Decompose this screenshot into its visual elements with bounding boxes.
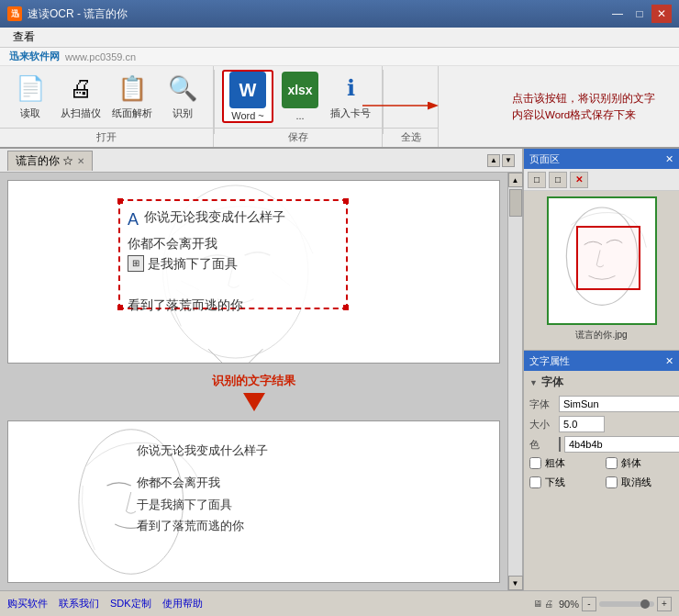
parse-icon: 📋 (116, 72, 149, 105)
underline-option: 下线 (529, 476, 598, 489)
color-swatch[interactable] (559, 437, 561, 452)
right-panel: 页面区 ✕ □ □ ✕ (523, 149, 679, 590)
link-help[interactable]: 使用帮助 (162, 597, 203, 610)
pages-panel-title: 页面区 (529, 152, 560, 166)
recognize-icon: 🔍 (166, 72, 199, 105)
ribbon-group-save-buttons: W Word ~ xlsx ... ℹ 插入卡号 (215, 70, 382, 123)
panel-scroll-down[interactable]: ▼ (502, 154, 515, 167)
font-name-row: 字体 (529, 396, 673, 412)
strikethrough-option: 取消线 (606, 476, 674, 489)
font-name-input[interactable] (559, 396, 679, 412)
props-panel-header: 文字属性 ✕ (524, 351, 679, 371)
minimize-button[interactable]: — (607, 5, 628, 23)
insert-card-label: 插入卡号 (330, 106, 371, 120)
zoom-minus-button[interactable]: - (582, 597, 596, 611)
doc-tab-bar: 谎言的你 ☆ ✕ ▲ ▼ (0, 149, 522, 173)
status-icon-1: 🖥 (533, 599, 542, 609)
read-label: 读取 (20, 106, 40, 120)
close-button[interactable]: ✕ (651, 5, 672, 23)
page-thumbnail[interactable] (547, 196, 657, 325)
link-buy-software[interactable]: 购买软件 (7, 597, 48, 610)
recog-line-1: 你说无论我变成什么样子 (137, 440, 268, 461)
doc-pages: A 你说无论我变成什么样子 你都不会离开我 ⊞ 是我摘下了面具 看到了落荒而逃的… (0, 173, 507, 590)
thumbnail-area: 谎言的你.jpg (524, 191, 679, 350)
text-line-2: 你都不会离开我 (128, 236, 217, 251)
ribbon: 📄 读取 🖨 从扫描仪 📋 纸面解析 🔍 识别 打开 W Word (0, 66, 679, 149)
doc-tab-close[interactable]: ✕ (77, 156, 84, 166)
excel-label: ... (295, 110, 304, 121)
excel-icon: xlsx (282, 72, 318, 108)
pages-panel-tools: □ □ ✕ (524, 169, 679, 191)
pages-panel-close[interactable]: ✕ (665, 153, 673, 165)
ribbon-group-open: 📄 读取 🖨 从扫描仪 📋 纸面解析 🔍 识别 打开 (0, 66, 214, 147)
page-tool-btn-delete[interactable]: ✕ (570, 172, 588, 188)
parse-label: 纸面解析 (112, 106, 152, 120)
ribbon-btn-read[interactable]: 📄 读取 (7, 70, 53, 122)
zoom-plus-button[interactable]: + (657, 597, 672, 611)
strikethrough-label: 取消线 (621, 476, 651, 489)
recog-line-4: 于是我摘下了面具 (137, 494, 268, 515)
recog-line-5: 看到了落荒而逃的你 (137, 515, 268, 536)
italic-checkbox[interactable] (606, 457, 618, 469)
word-icon: W (229, 72, 266, 108)
underline-label: 下线 (545, 476, 565, 489)
zoom-track[interactable] (599, 601, 654, 607)
window-title: 速读OCR - 谎言的你 (28, 6, 128, 22)
watermark-bar: 迅来软件网 www.pc0359.cn (0, 48, 679, 66)
text-selection-box: A 你说无论我变成什么样子 你都不会离开我 ⊞ 是我摘下了面具 看到了落荒而逃的… (118, 199, 348, 309)
link-contact-us[interactable]: 联系我们 (59, 597, 99, 610)
underline-checkbox[interactable] (529, 476, 541, 488)
font-size-input[interactable] (559, 416, 605, 432)
title-controls: — □ ✕ (607, 5, 672, 23)
page-tool-btn-1[interactable]: □ (528, 172, 546, 188)
vertical-scrollbar[interactable]: ▲ ▼ (507, 173, 522, 590)
annotation-area: 识别的文字结果 (7, 369, 500, 415)
text-line-4: 看到了落荒而逃的你 (128, 297, 243, 312)
ribbon-group-open-label: 打开 (0, 128, 213, 147)
recog-line-2 (137, 461, 268, 472)
status-icon-2: 🖨 (544, 599, 553, 609)
thumbnail-label: 谎言的你.jpg (575, 329, 627, 342)
link-sdk[interactable]: SDK定制 (110, 597, 151, 610)
props-panel-close[interactable]: ✕ (665, 355, 673, 367)
ribbon-btn-scan[interactable]: 🖨 从扫描仪 (57, 70, 105, 122)
strikethrough-checkbox[interactable] (606, 476, 618, 488)
color-input[interactable] (564, 436, 679, 453)
ribbon-btn-insert-card[interactable]: ℹ 插入卡号 (327, 70, 374, 123)
scan-icon: 🖨 (64, 72, 97, 105)
ribbon-btn-parse[interactable]: 📋 纸面解析 (108, 70, 156, 122)
app-icon: 迅 (7, 6, 22, 21)
font-section-header: 字体 (529, 375, 673, 390)
italic-option: 斜体 (606, 456, 674, 470)
scroll-up-button[interactable]: ▲ (508, 173, 523, 187)
maximize-button[interactable]: □ (629, 5, 650, 23)
bold-checkbox[interactable] (529, 457, 541, 469)
scroll-thumb[interactable] (509, 189, 522, 217)
font-options: 粗体 斜体 下线 取消线 (529, 456, 673, 492)
text-line-1: 你说无论我变成什么样子 (144, 209, 285, 224)
doc-content: A 你说无论我变成什么样子 你都不会离开我 ⊞ 是我摘下了面具 看到了落荒而逃的… (0, 173, 522, 590)
scroll-down-button[interactable]: ▼ (508, 576, 523, 590)
ribbon-btn-excel[interactable]: xlsx ... (277, 70, 323, 123)
recognize-label: 识别 (173, 106, 193, 120)
zoom-thumb[interactable] (640, 599, 650, 609)
ribbon-group-open-buttons: 📄 读取 🖨 从扫描仪 📋 纸面解析 🔍 识别 (0, 70, 213, 122)
doc-tab-title: 谎言的你 ☆ (16, 153, 73, 169)
ribbon-btn-word[interactable]: W Word ~ (222, 70, 273, 123)
menu-bar: 查看 (0, 28, 679, 48)
menu-item-view[interactable]: 查看 (6, 28, 42, 47)
recog-line-3: 你都不会离开我 (137, 472, 268, 493)
main-area: 谎言的你 ☆ ✕ ▲ ▼ (0, 149, 679, 590)
doc-tab-item[interactable]: 谎言的你 ☆ ✕ (7, 151, 93, 171)
props-panel-title: 文字属性 (529, 354, 570, 368)
ribbon-btn-recognize[interactable]: 🔍 识别 (160, 70, 206, 122)
word-label: Word ~ (231, 110, 264, 121)
page-tool-btn-2[interactable]: □ (549, 172, 567, 188)
status-icons: 🖥 🖨 (533, 599, 553, 609)
recognized-text-block: 你说无论我变成什么样子 你都不会离开我 于是我摘下了面具 看到了落荒而逃的你 (137, 440, 268, 537)
color-label: 色 (529, 438, 559, 452)
annotation-down-arrow (243, 393, 265, 411)
pages-area: 页面区 ✕ □ □ ✕ (524, 149, 679, 351)
pages-panel-header: 页面区 ✕ (524, 149, 679, 169)
panel-scroll-up[interactable]: ▲ (487, 154, 500, 167)
